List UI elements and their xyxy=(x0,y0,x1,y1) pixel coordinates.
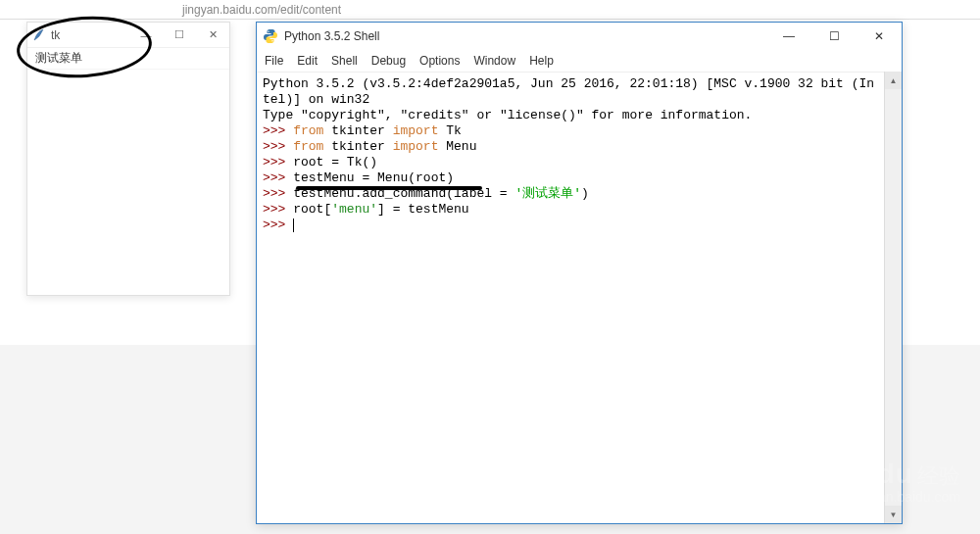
menu-edit[interactable]: Edit xyxy=(297,54,318,68)
code-line-6: >>> root['menu'] = testMenu xyxy=(263,202,896,218)
tk-menu-item-test[interactable]: 测试菜单 xyxy=(35,50,82,67)
menu-options[interactable]: Options xyxy=(419,54,460,68)
code-line-1: >>> from tkinter import Tk xyxy=(263,123,896,139)
shell-maximize-button[interactable]: ☐ xyxy=(811,23,857,50)
banner-line-1: Python 3.5.2 (v3.5.2:4def2a2901a5, Jun 2… xyxy=(263,76,896,92)
menu-window[interactable]: Window xyxy=(473,54,515,68)
banner-line-3: Type "copyright", "credits" or "license(… xyxy=(263,108,896,123)
menu-file[interactable]: File xyxy=(265,54,283,68)
tk-title: tk xyxy=(51,28,129,42)
code-line-3: >>> root = Tk() xyxy=(263,155,896,170)
shell-menubar: File Edit Shell Debug Options Window Hel… xyxy=(257,50,902,72)
code-line-4: >>> testMenu = Menu(root) xyxy=(263,170,896,186)
tk-feather-icon xyxy=(31,27,47,43)
underline-annotation xyxy=(296,186,482,190)
shell-minimize-button[interactable]: — xyxy=(766,23,811,50)
shell-close-button[interactable]: ✕ xyxy=(857,23,902,50)
python-shell-window: Python 3.5.2 Shell — ☐ ✕ File Edit Shell… xyxy=(256,22,903,524)
tk-close-button[interactable]: ✕ xyxy=(196,23,229,48)
scroll-down-button[interactable]: ▼ xyxy=(885,506,902,523)
shell-scrollbar[interactable]: ▲ ▼ xyxy=(884,72,902,523)
shell-content[interactable]: Python 3.5.2 (v3.5.2:4def2a2901a5, Jun 2… xyxy=(257,72,902,523)
shell-title: Python 3.5.2 Shell xyxy=(284,29,766,43)
menu-debug[interactable]: Debug xyxy=(371,54,406,68)
menu-help[interactable]: Help xyxy=(529,54,554,68)
tk-titlebar[interactable]: tk — ☐ ✕ xyxy=(27,23,229,48)
python-icon xyxy=(263,28,278,44)
shell-titlebar[interactable]: Python 3.5.2 Shell — ☐ ✕ xyxy=(257,23,902,50)
scroll-up-button[interactable]: ▲ xyxy=(885,72,902,89)
tk-maximize-button[interactable]: ☐ xyxy=(163,23,196,48)
tk-window: tk — ☐ ✕ 测试菜单 xyxy=(26,22,230,296)
text-cursor xyxy=(293,218,294,232)
tk-menubar: 测试菜单 xyxy=(27,48,229,70)
banner-line-2: tel)] on win32 xyxy=(263,92,896,108)
watermark-cn: 经验 xyxy=(917,463,960,488)
code-line-2: >>> from tkinter import Menu xyxy=(263,139,896,155)
code-line-7: >>> xyxy=(263,218,896,233)
menu-shell[interactable]: Shell xyxy=(331,54,358,68)
browser-url-bar: jingyan.baidu.com/edit/content xyxy=(0,0,980,20)
url-text: jingyan.baidu.com/edit/content xyxy=(182,3,341,17)
tk-minimize-button[interactable]: — xyxy=(129,23,163,48)
